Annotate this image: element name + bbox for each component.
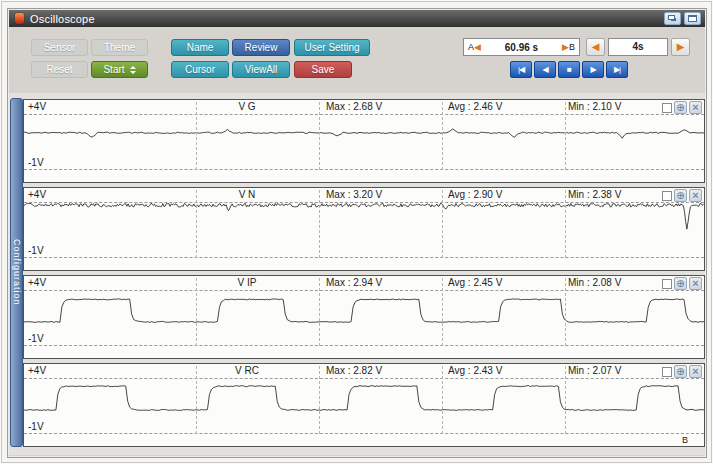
left-arrow-icon: ◀ [592, 42, 600, 52]
titlebar-window-button[interactable] [684, 12, 701, 25]
channel-checkbox[interactable] [662, 367, 672, 377]
channel-avg: Avg : 2.90 V [448, 189, 502, 200]
channel-avg: Avg : 2.46 V [448, 101, 502, 112]
time-step-back-button[interactable]: ◀ [586, 38, 605, 56]
configuration-tab-label: Configuration [12, 239, 22, 306]
configuration-tab[interactable]: Configuration [10, 98, 23, 447]
prev-icon: ◀ [542, 66, 547, 74]
time-window-display: 4s [608, 38, 668, 56]
ab-range-display: A◀ 60.96 s ▶B [463, 38, 580, 56]
channel-avg: Avg : 2.43 V [448, 365, 502, 376]
range-value: 60.96 s [505, 42, 538, 53]
top-voltage-label: +4V [28, 189, 46, 200]
channel-max: Max : 2.94 V [326, 277, 382, 288]
window-title: Oscilloscope [30, 13, 95, 25]
transport-prev-button[interactable]: ◀ [534, 61, 556, 78]
close-icon: × [692, 190, 698, 201]
titlebar-buttons [664, 12, 701, 25]
next-icon: ▶ [590, 66, 595, 74]
channel-panel-vrc: +4V V RC Max : 2.82 V Avg : 2.43 V Min :… [23, 363, 705, 447]
channel-checkbox[interactable] [662, 103, 672, 113]
channel-min: Min : 2.08 V [568, 277, 621, 288]
stop-icon: ■ [567, 66, 571, 74]
channel-controls: ⊕ × [662, 277, 702, 290]
channel-min: Min : 2.38 V [568, 189, 621, 200]
window-icon [688, 15, 697, 22]
close-icon: × [692, 102, 698, 113]
channel-max: Max : 2.68 V [326, 101, 382, 112]
view-all-button[interactable]: ViewAll [232, 61, 290, 78]
channel-name: V G [212, 101, 282, 112]
b-right-arrow-icon: ▶ [562, 42, 569, 52]
channel-min: Min : 2.10 V [568, 101, 621, 112]
titlebar[interactable]: Oscilloscope [9, 10, 705, 27]
oscilloscope-window: Oscilloscope Sensor Theme Name Review Us… [7, 8, 707, 458]
transport-next-button[interactable]: ▶ [582, 61, 604, 78]
bottom-voltage-label: -1V [28, 421, 44, 432]
channel-avg: Avg : 2.45 V [448, 277, 502, 288]
skip-end-icon: ▶| [614, 66, 620, 74]
bottom-voltage-label: -1V [28, 245, 44, 256]
channel-zoom-button[interactable]: ⊕ [674, 101, 687, 114]
plot-area: Configuration +4V V G Max : 2.68 V Avg :… [9, 93, 705, 455]
transport-last-button[interactable]: ▶| [606, 61, 628, 78]
cascade-icon [668, 15, 675, 20]
channel-close-button[interactable]: × [689, 277, 702, 290]
channel-checkbox[interactable] [662, 279, 672, 289]
channel-name: V N [212, 189, 282, 200]
channel-close-button[interactable]: × [689, 189, 702, 202]
top-voltage-label: +4V [28, 365, 46, 376]
close-icon: × [692, 366, 698, 377]
top-voltage-label: +4V [28, 101, 46, 112]
channel-name: V RC [212, 365, 282, 376]
channel-min: Min : 2.07 V [568, 365, 621, 376]
channel-close-button[interactable]: × [689, 101, 702, 114]
titlebar-layout-button[interactable] [664, 12, 681, 25]
start-button-label: Start [103, 64, 124, 75]
channel-panel-vg: +4V V G Max : 2.68 V Avg : 2.46 V Min : … [23, 99, 705, 183]
zoom-icon: ⊕ [676, 367, 684, 377]
channel-zoom-button[interactable]: ⊕ [674, 277, 687, 290]
bottom-voltage-label: -1V [28, 333, 44, 344]
desktop-background: Oscilloscope Sensor Theme Name Review Us… [1, 1, 712, 463]
channel-name: V IP [212, 277, 282, 288]
channel-panel-vip: +4V V IP Max : 2.94 V Avg : 2.45 V Min :… [23, 275, 705, 359]
cursor-b-marker: B [682, 435, 688, 445]
marker-a-group: A◀ [468, 42, 481, 52]
channel-close-button[interactable]: × [689, 365, 702, 378]
zoom-icon: ⊕ [676, 103, 684, 113]
close-icon: × [692, 278, 698, 289]
right-arrow-icon: ▶ [677, 42, 685, 52]
zoom-icon: ⊕ [676, 279, 684, 289]
save-button[interactable]: Save [294, 61, 352, 78]
zoom-icon: ⊕ [676, 191, 684, 201]
top-voltage-label: +4V [28, 277, 46, 288]
skip-start-icon: |◀ [518, 66, 524, 74]
channel-panel-vn: +4V V N Max : 3.20 V Avg : 2.90 V Min : … [23, 187, 705, 271]
start-button[interactable]: Start [91, 61, 148, 78]
transport-controls: |◀ ◀ ■ ▶ ▶| [510, 61, 628, 78]
transport-first-button[interactable]: |◀ [510, 61, 532, 78]
bottom-voltage-label: -1V [28, 157, 44, 168]
transport-stop-button[interactable]: ■ [558, 61, 580, 78]
marker-b-label: B [569, 42, 575, 52]
a-left-arrow-icon: ◀ [474, 42, 481, 52]
time-step-forward-button[interactable]: ▶ [671, 38, 690, 56]
reset-button[interactable]: Reset [31, 61, 88, 78]
user-setting-button[interactable]: User Setting [294, 39, 370, 56]
start-updown-icon [130, 66, 136, 74]
channel-max: Max : 2.82 V [326, 365, 382, 376]
channel-controls: ⊕ × [662, 365, 702, 378]
channel-controls: ⊕ × [662, 189, 702, 202]
sensor-button[interactable]: Sensor [31, 39, 88, 56]
app-icon [15, 13, 24, 24]
cursor-button[interactable]: Cursor [171, 61, 229, 78]
channel-zoom-button[interactable]: ⊕ [674, 365, 687, 378]
theme-button[interactable]: Theme [91, 39, 148, 56]
review-button[interactable]: Review [232, 39, 290, 56]
channel-zoom-button[interactable]: ⊕ [674, 189, 687, 202]
time-window-value: 4s [632, 41, 643, 52]
marker-b-group: ▶B [562, 42, 575, 52]
channel-checkbox[interactable] [662, 191, 672, 201]
name-button[interactable]: Name [171, 39, 229, 56]
